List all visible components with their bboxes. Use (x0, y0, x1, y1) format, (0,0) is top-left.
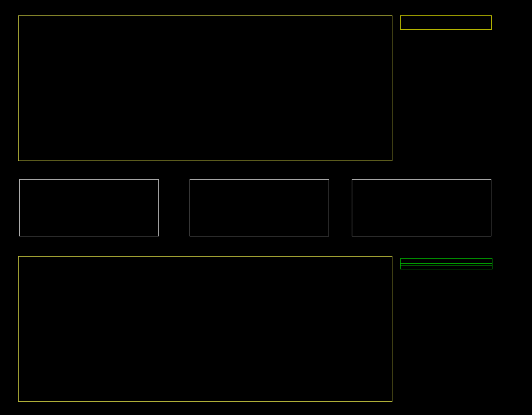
ionogram-plot-bottom (18, 256, 392, 402)
autoscala-table-title (401, 16, 492, 30)
thumbnail-f2-trace (352, 179, 491, 236)
autoscala-output-table (400, 15, 492, 30)
autoscala-app (0, 0, 532, 415)
thumbnail-no-multiples (190, 179, 329, 236)
ionogram-canvas-top (19, 16, 392, 161)
ionogram-plot-top (18, 15, 392, 161)
thumbnail-no-multiples-canvas (190, 180, 329, 236)
thumbnail-original-canvas (20, 180, 158, 236)
thumbnail-f2-trace-canvas (352, 180, 491, 236)
autoscala-title-row (401, 16, 492, 30)
aip-table-title (401, 259, 492, 264)
aip-output-table (400, 258, 492, 269)
ionogram-canvas-bottom (19, 257, 392, 401)
thumbnail-original (19, 179, 159, 236)
aip-tec-divider (401, 265, 492, 266)
